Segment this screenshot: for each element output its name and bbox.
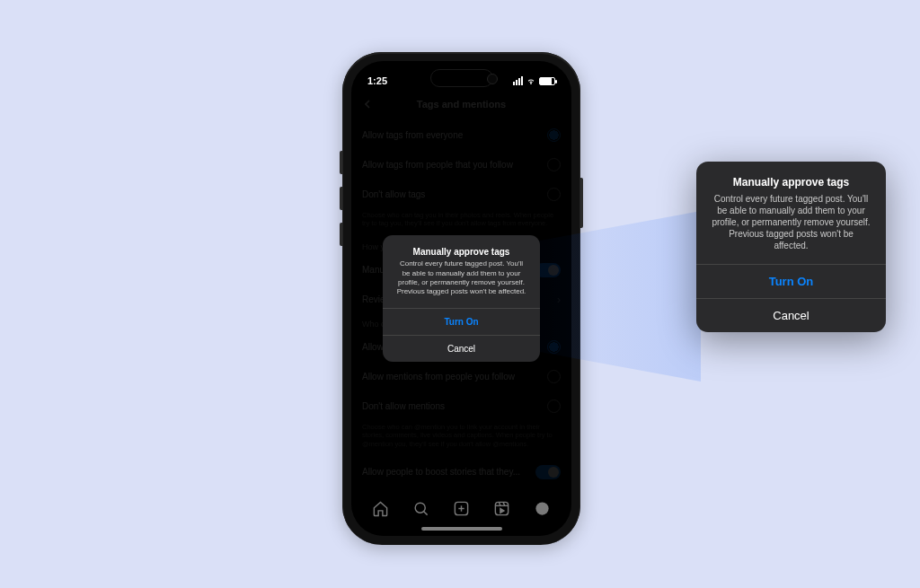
alert-dialog: Manually approve tags Control every futu… [383, 235, 540, 362]
zoomed-alert-dialog: Manually approve tags Control every futu… [696, 162, 886, 332]
cancel-button[interactable]: Cancel [696, 298, 886, 332]
alert-body: Control every future tagged post. You'll… [383, 259, 540, 308]
svg-point-0 [531, 83, 532, 84]
phone-mockup: 1:25 Tags and mentions Allow tags from e… [342, 52, 580, 545]
battery-icon [539, 77, 555, 85]
status-time: 1:25 [367, 75, 412, 86]
alert-title: Manually approve tags [696, 162, 886, 193]
turn-on-button[interactable]: Turn On [696, 264, 886, 298]
alert-title: Manually approve tags [383, 235, 540, 259]
dynamic-island [430, 69, 493, 87]
cellular-signal-icon [513, 76, 523, 85]
phone-screen: 1:25 Tags and mentions Allow tags from e… [351, 61, 571, 536]
cancel-button[interactable]: Cancel [383, 335, 540, 362]
wifi-icon [526, 76, 536, 85]
alert-overlay: Manually approve tags Control every futu… [351, 61, 571, 536]
alert-body: Control every future tagged post. You'll… [696, 193, 886, 264]
turn-on-button[interactable]: Turn On [383, 308, 540, 335]
